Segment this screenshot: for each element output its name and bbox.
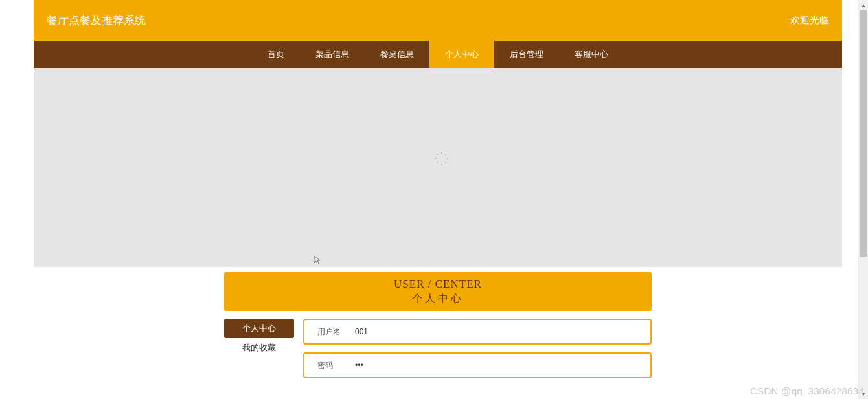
- uc-sidebar: 个人中心 我的收藏: [224, 319, 294, 378]
- uc-form: 用户名 密码: [303, 319, 652, 378]
- user-center-section: USER / CENTER 个人中心 个人中心 我的收藏 用户名 密码: [224, 272, 652, 378]
- form-row-password: 密码: [303, 352, 652, 378]
- uc-header-en: USER / CENTER: [394, 278, 482, 291]
- watermark: CSDN @qq_3306428634: [750, 385, 864, 396]
- loading-spinner-icon: [435, 152, 448, 165]
- nav-table-info[interactable]: 餐桌信息: [365, 41, 429, 68]
- sidebar-item-personal[interactable]: 个人中心: [224, 319, 294, 338]
- welcome-text[interactable]: 欢迎光临: [790, 14, 829, 27]
- sidebar-item-favorites[interactable]: 我的收藏: [224, 338, 294, 358]
- user-center-header: USER / CENTER 个人中心: [224, 272, 652, 311]
- input-username[interactable]: [352, 323, 650, 340]
- nav-user-center[interactable]: 个人中心: [429, 41, 494, 68]
- nav-admin[interactable]: 后台管理: [494, 41, 559, 68]
- vertical-scrollbar[interactable]: ▲ ▼: [858, 0, 868, 399]
- cursor-icon: [314, 256, 321, 267]
- nav-dish-info[interactable]: 菜品信息: [300, 41, 365, 68]
- scrollbar-thumb[interactable]: [860, 10, 867, 256]
- scroll-up-icon[interactable]: ▲: [858, 0, 868, 10]
- input-password[interactable]: [352, 357, 650, 374]
- top-header: 餐厅点餐及推荐系统 欢迎光临: [34, 0, 842, 41]
- label-username: 用户名: [304, 326, 352, 337]
- nav-service[interactable]: 客服中心: [559, 41, 624, 68]
- banner-area: [34, 68, 842, 267]
- label-password: 密码: [304, 360, 352, 371]
- uc-header-cn: 个人中心: [412, 292, 464, 306]
- site-title: 餐厅点餐及推荐系统: [47, 13, 146, 28]
- nav-bar: 首页 菜品信息 餐桌信息 个人中心 后台管理 客服中心: [34, 41, 842, 68]
- nav-home[interactable]: 首页: [252, 41, 300, 68]
- form-row-username: 用户名: [303, 319, 652, 345]
